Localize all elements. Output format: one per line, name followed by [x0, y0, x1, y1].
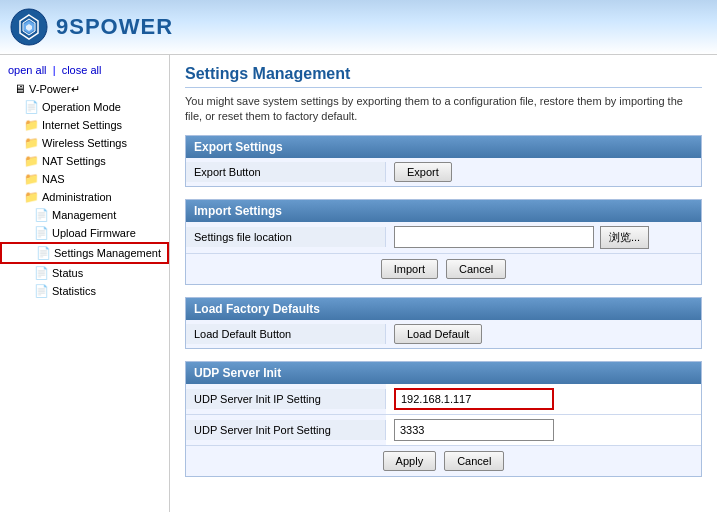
load-default-label: Load Default Button [186, 324, 386, 344]
sidebar-item-status[interactable]: 📄 Status [0, 264, 169, 282]
factory-row: Load Default Button Load Default [186, 320, 701, 348]
sidebar-item-administration[interactable]: 📁 Administration [0, 188, 169, 206]
sidebar-item-management[interactable]: 📄 Management [0, 206, 169, 224]
export-control: Export [386, 158, 701, 186]
import-button-row: Import Cancel [186, 253, 701, 284]
sidebar-item-settings-management[interactable]: 📄 Settings Management [0, 242, 169, 264]
page-icon: 📄 [24, 100, 39, 114]
udp-ip-input[interactable] [394, 388, 554, 410]
folder-icon-2: 📁 [24, 136, 39, 150]
import-file-row: Settings file location 浏览... [186, 222, 701, 253]
page-description: You might save system settings by export… [185, 94, 702, 125]
sidebar: open all | close all 🖥 V-Power↵ 📄 Operat… [0, 55, 170, 512]
page-icon-2: 📄 [34, 208, 49, 222]
sidebar-item-statistics[interactable]: 📄 Statistics [0, 282, 169, 300]
export-section-body: Export Button Export [186, 158, 701, 186]
settings-file-input[interactable] [394, 226, 594, 248]
factory-section: Load Factory Defaults Load Default Butto… [185, 297, 702, 349]
import-section-header: Import Settings [186, 200, 701, 222]
close-all-link[interactable]: close all [62, 64, 102, 76]
factory-section-body: Load Default Button Load Default [186, 320, 701, 348]
udp-section: UDP Server Init UDP Server Init IP Setti… [185, 361, 702, 477]
logo-area: 9SPOWER [10, 8, 173, 46]
page-icon-3: 📄 [34, 226, 49, 240]
udp-port-input[interactable] [394, 419, 554, 441]
udp-section-header: UDP Server Init [186, 362, 701, 384]
udp-port-control [386, 415, 701, 445]
page-icon-6: 📄 [34, 284, 49, 298]
import-section-body: Settings file location 浏览... [186, 222, 701, 253]
factory-control: Load Default [386, 320, 701, 348]
udp-port-row: UDP Server Init Port Setting [186, 415, 701, 445]
sidebar-item-nat-settings[interactable]: 📁 NAT Settings [0, 152, 169, 170]
export-section-header: Export Settings [186, 136, 701, 158]
page-header: 9SPOWER [0, 0, 717, 55]
folder-icon-5: 📁 [24, 190, 39, 204]
folder-icon-1: 📁 [24, 118, 39, 132]
sidebar-item-upload-firmware[interactable]: 📄 Upload Firmware [0, 224, 169, 242]
logo-icon [10, 8, 48, 46]
import-file-control: 浏览... [386, 222, 701, 253]
logo-text: 9SPOWER [56, 14, 173, 40]
udp-ip-control [386, 384, 701, 414]
content-area: Settings Management You might save syste… [170, 55, 717, 512]
sidebar-top-links: open all | close all [0, 60, 169, 80]
udp-port-label: UDP Server Init Port Setting [186, 420, 386, 440]
page-title: Settings Management [185, 65, 702, 88]
load-default-button[interactable]: Load Default [394, 324, 482, 344]
udp-ip-row: UDP Server Init IP Setting [186, 384, 701, 415]
export-row: Export Button Export [186, 158, 701, 186]
folder-icon-4: 📁 [24, 172, 39, 186]
udp-section-body: UDP Server Init IP Setting UDP Server In… [186, 384, 701, 445]
apply-button[interactable]: Apply [383, 451, 437, 471]
udp-ip-label: UDP Server Init IP Setting [186, 389, 386, 409]
export-button[interactable]: Export [394, 162, 452, 182]
sidebar-item-internet-settings[interactable]: 📁 Internet Settings [0, 116, 169, 134]
main-layout: open all | close all 🖥 V-Power↵ 📄 Operat… [0, 55, 717, 512]
export-label: Export Button [186, 162, 386, 182]
open-all-link[interactable]: open all [8, 64, 47, 76]
settings-file-label: Settings file location [186, 227, 386, 247]
factory-section-header: Load Factory Defaults [186, 298, 701, 320]
sidebar-item-nas[interactable]: 📁 NAS [0, 170, 169, 188]
udp-cancel-button[interactable]: Cancel [444, 451, 504, 471]
sidebar-item-operation-mode[interactable]: 📄 Operation Mode [0, 98, 169, 116]
export-section: Export Settings Export Button Export [185, 135, 702, 187]
sidebar-item-wireless-settings[interactable]: 📁 Wireless Settings [0, 134, 169, 152]
udp-button-row: Apply Cancel [186, 445, 701, 476]
sidebar-item-vpower[interactable]: 🖥 V-Power↵ [0, 80, 169, 98]
import-button[interactable]: Import [381, 259, 438, 279]
page-icon-5: 📄 [34, 266, 49, 280]
import-cancel-button[interactable]: Cancel [446, 259, 506, 279]
import-section: Import Settings Settings file location 浏… [185, 199, 702, 285]
computer-icon: 🖥 [14, 82, 26, 96]
page-icon-4: 📄 [36, 246, 51, 260]
folder-icon-3: 📁 [24, 154, 39, 168]
browse-button[interactable]: 浏览... [600, 226, 649, 249]
